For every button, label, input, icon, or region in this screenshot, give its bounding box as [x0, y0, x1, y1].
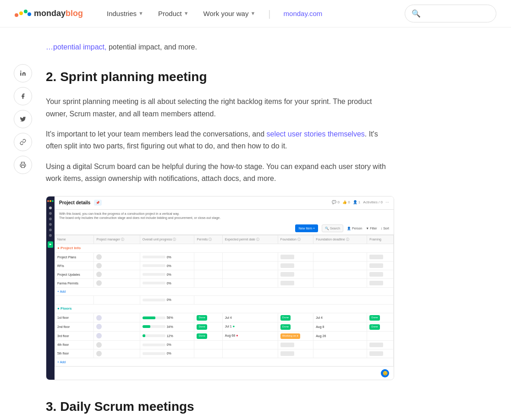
col-permits: Permits ⓘ — [194, 235, 222, 244]
monday-screenshot: ▶ Project details 📌 💬 0 👍 0 👤 1 — [46, 196, 394, 380]
cut-text-link[interactable]: …potential impact, — [46, 43, 107, 51]
ms-header: Project details 📌 💬 0 👍 0 👤 1 Activities… — [55, 196, 394, 210]
ms-search-btn[interactable]: 🔍 Search — [322, 224, 343, 232]
ms-person-filter[interactable]: 👤 Person — [347, 226, 362, 231]
table-row: Project Updates 0% — [55, 270, 394, 279]
table-row: 2nd floor 34% Done Jul 1 ● Done Aug 8 Do… — [55, 322, 394, 332]
svg-point-4 — [20, 71, 21, 71]
chevron-down-icon: ▼ — [184, 10, 189, 18]
ms-toolbar: New Item + 🔍 Search 👤 Person ▼ Filter ↕ … — [55, 222, 394, 235]
chevron-down-icon: ▼ — [138, 10, 143, 18]
table-group-header-2: ● Floors — [55, 304, 394, 313]
twitter-button[interactable] — [14, 110, 32, 128]
nav-industries[interactable]: Industries ▼ — [101, 5, 149, 23]
svg-point-3 — [27, 12, 31, 16]
col-framing: Framing — [367, 235, 394, 244]
social-sidebar — [9, 27, 37, 174]
ms-new-item-btn[interactable]: New Item + — [295, 224, 318, 232]
nav-divider: | — [268, 6, 270, 21]
table-row: 5th floor 0% — [55, 349, 394, 358]
table-row: 4th floor 0% — [55, 340, 394, 349]
monday-screenshot-container: ▶ Project details 📌 💬 0 👍 0 👤 1 — [46, 196, 394, 380]
chevron-down-icon: ▼ — [250, 10, 255, 18]
col-fd: Foundation deadline ⓘ — [313, 235, 367, 244]
logo[interactable]: mondayblog — [15, 7, 83, 20]
col-foundation: Foundation ⓘ — [278, 235, 313, 244]
section2-para2: It's important to let your team members … — [46, 128, 394, 153]
section2-para3: Using a digital Scrum board can be helpf… — [46, 161, 394, 185]
ms-footer: 😊 — [55, 366, 394, 380]
search-icon: 🔍 — [412, 8, 421, 20]
table-row: 3rd floor 12% Done Aug 68 ● Working on i… — [55, 331, 394, 340]
ms-footer-icon: 😊 — [381, 369, 389, 377]
nav-work-your-way[interactable]: Work your way ▼ — [198, 5, 261, 23]
table-row: Farma Permits 0% — [55, 279, 394, 288]
ms-header-icons: 💬 0 👍 0 👤 1 Activities / 0 ⋯ — [332, 200, 389, 206]
navbar: mondayblog Industries ▼ Product ▼ Work y… — [0, 0, 511, 27]
ms-pill: 📌 — [94, 200, 102, 206]
col-date: Expected permit date ⓘ — [222, 235, 278, 244]
nav-cta-link[interactable]: monday.com — [278, 5, 328, 23]
ms-description: With this board, you can track the progr… — [55, 210, 394, 223]
table-add-row-1[interactable]: + Add — [55, 288, 394, 296]
section2-title: 2. Sprint planning meeting — [46, 67, 394, 87]
linkedin-button[interactable] — [14, 64, 32, 82]
table-summary-row-1: 0% — [55, 296, 394, 304]
ms-title: Project details — [59, 199, 90, 207]
table-row: Project Plans 0% — [55, 253, 394, 262]
nav-links: Industries ▼ Product ▼ Work your way ▼ |… — [101, 5, 405, 23]
main-content: …potential impact, potential impact, and… — [37, 27, 412, 420]
nav-product[interactable]: Product ▼ — [153, 5, 194, 23]
facebook-button[interactable] — [14, 87, 32, 105]
copy-link-button[interactable] — [14, 133, 32, 151]
col-name: Name — [55, 235, 94, 244]
table-group-header-1: ● Project Info — [55, 244, 394, 253]
section2-para1: Your sprint planning meeting is all abou… — [46, 96, 394, 120]
ms-sort-btn[interactable]: ↕ Sort — [381, 226, 389, 231]
cut-text-top: …potential impact, potential impact, and… — [46, 41, 394, 53]
svg-rect-5 — [22, 165, 25, 168]
col-progress: Overall unit progress ⓘ — [140, 235, 194, 244]
print-button[interactable] — [14, 156, 32, 174]
svg-point-0 — [15, 13, 18, 17]
ms-filter-btn[interactable]: ▼ Filter — [366, 226, 377, 231]
user-stories-link[interactable]: select user stories themselves — [267, 130, 365, 138]
search-box[interactable]: 🔍 — [405, 5, 496, 23]
col-pm: Project manager ⓘ — [94, 235, 140, 244]
table-row: RFIs 0% — [55, 262, 394, 270]
table-add-row-2[interactable]: + Add — [55, 358, 394, 366]
ms-table: Name Project manager ⓘ Overall unit prog… — [55, 235, 394, 366]
svg-point-2 — [24, 10, 27, 13]
svg-point-1 — [19, 11, 23, 15]
section3-title: 3. Daily Scrum meetings — [46, 397, 394, 417]
ms-left-sidebar: ▶ — [46, 196, 55, 380]
logo-text: mondayblog — [34, 7, 83, 20]
page-layout: …potential impact, potential impact, and… — [0, 27, 511, 420]
table-row: 1st floor 56% Done Jul 4 Done Jul 4 Done — [55, 313, 394, 322]
